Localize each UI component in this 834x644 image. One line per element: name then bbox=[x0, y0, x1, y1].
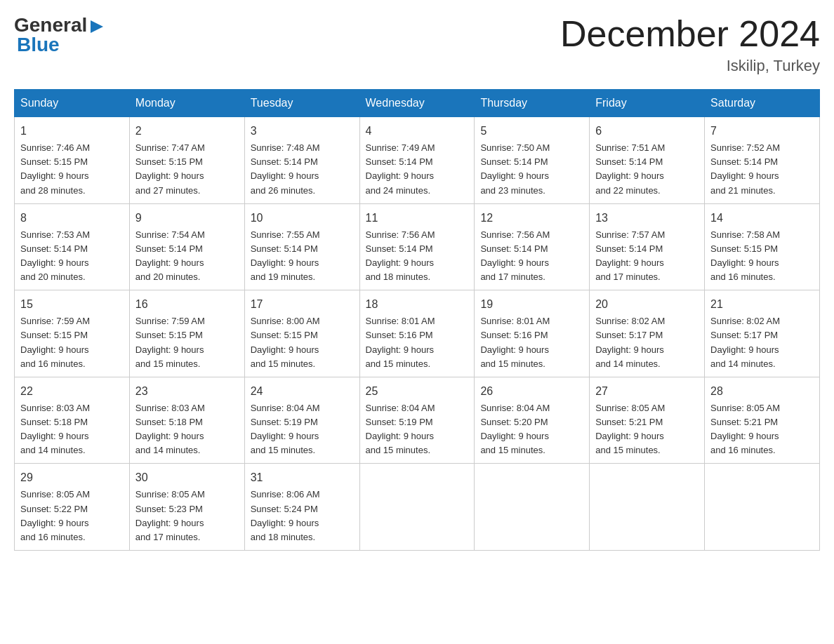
day-info: Sunrise: 8:01 AMSunset: 5:16 PMDaylight:… bbox=[480, 316, 550, 368]
calendar-cell: 25Sunrise: 8:04 AMSunset: 5:19 PMDayligh… bbox=[359, 377, 475, 464]
col-header-tuesday: Tuesday bbox=[244, 90, 359, 117]
location: Iskilip, Turkey bbox=[560, 57, 820, 75]
calendar-cell: 17Sunrise: 8:00 AMSunset: 5:15 PMDayligh… bbox=[244, 290, 359, 377]
day-info: Sunrise: 8:04 AMSunset: 5:20 PMDaylight:… bbox=[480, 403, 550, 455]
calendar-cell bbox=[475, 464, 590, 551]
week-row-3: 15Sunrise: 7:59 AMSunset: 5:15 PMDayligh… bbox=[15, 290, 820, 377]
calendar-cell: 11Sunrise: 7:56 AMSunset: 5:14 PMDayligh… bbox=[359, 203, 475, 290]
calendar-cell: 2Sunrise: 7:47 AMSunset: 5:15 PMDaylight… bbox=[129, 117, 244, 204]
col-header-monday: Monday bbox=[129, 90, 244, 117]
calendar-cell: 29Sunrise: 8:05 AMSunset: 5:22 PMDayligh… bbox=[15, 464, 130, 551]
day-info: Sunrise: 7:56 AMSunset: 5:14 PMDaylight:… bbox=[366, 229, 435, 282]
calendar-cell: 12Sunrise: 7:56 AMSunset: 5:14 PMDayligh… bbox=[475, 203, 590, 290]
day-info: Sunrise: 7:58 AMSunset: 5:15 PMDaylight:… bbox=[710, 229, 780, 282]
day-info: Sunrise: 7:46 AMSunset: 5:15 PMDaylight:… bbox=[20, 142, 90, 195]
week-row-5: 29Sunrise: 8:05 AMSunset: 5:22 PMDayligh… bbox=[15, 464, 820, 551]
day-info: Sunrise: 8:06 AMSunset: 5:24 PMDaylight:… bbox=[251, 489, 320, 542]
calendar-cell: 9Sunrise: 7:54 AMSunset: 5:14 PMDaylight… bbox=[129, 203, 244, 290]
calendar-cell: 8Sunrise: 7:53 AMSunset: 5:14 PMDaylight… bbox=[15, 203, 130, 290]
day-number: 19 bbox=[480, 296, 583, 313]
day-number: 11 bbox=[366, 210, 469, 227]
col-header-friday: Friday bbox=[590, 90, 705, 117]
calendar-cell: 31Sunrise: 8:06 AMSunset: 5:24 PMDayligh… bbox=[244, 464, 359, 551]
day-number: 23 bbox=[135, 383, 239, 400]
logo-blue-text: Blue bbox=[17, 34, 60, 56]
calendar-cell: 20Sunrise: 8:02 AMSunset: 5:17 PMDayligh… bbox=[590, 290, 705, 377]
calendar-cell: 6Sunrise: 7:51 AMSunset: 5:14 PMDaylight… bbox=[590, 117, 705, 204]
day-info: Sunrise: 7:59 AMSunset: 5:15 PMDaylight:… bbox=[20, 316, 90, 368]
month-title: December 2024 bbox=[560, 14, 820, 54]
calendar-cell: 14Sunrise: 7:58 AMSunset: 5:15 PMDayligh… bbox=[705, 203, 820, 290]
day-number: 26 bbox=[480, 383, 583, 400]
svg-marker-0 bbox=[91, 20, 103, 33]
day-info: Sunrise: 8:04 AMSunset: 5:19 PMDaylight:… bbox=[251, 403, 320, 455]
day-info: Sunrise: 8:03 AMSunset: 5:18 PMDaylight:… bbox=[20, 403, 90, 455]
day-info: Sunrise: 7:59 AMSunset: 5:15 PMDaylight:… bbox=[135, 316, 205, 368]
day-info: Sunrise: 8:00 AMSunset: 5:15 PMDaylight:… bbox=[251, 316, 320, 368]
day-info: Sunrise: 7:52 AMSunset: 5:14 PMDaylight:… bbox=[710, 142, 780, 195]
day-number: 17 bbox=[251, 296, 354, 313]
week-row-4: 22Sunrise: 8:03 AMSunset: 5:18 PMDayligh… bbox=[15, 377, 820, 464]
day-info: Sunrise: 8:01 AMSunset: 5:16 PMDaylight:… bbox=[366, 316, 435, 368]
day-number: 20 bbox=[595, 296, 699, 313]
calendar-header-row: SundayMondayTuesdayWednesdayThursdayFrid… bbox=[15, 90, 820, 117]
day-info: Sunrise: 7:50 AMSunset: 5:14 PMDaylight:… bbox=[480, 142, 550, 195]
day-number: 15 bbox=[20, 296, 124, 313]
page-header: General Blue December 2024 Iskilip, Turk… bbox=[14, 14, 820, 75]
calendar-cell: 5Sunrise: 7:50 AMSunset: 5:14 PMDaylight… bbox=[475, 117, 590, 204]
day-number: 25 bbox=[366, 383, 469, 400]
calendar-cell: 18Sunrise: 8:01 AMSunset: 5:16 PMDayligh… bbox=[359, 290, 475, 377]
day-info: Sunrise: 8:05 AMSunset: 5:21 PMDaylight:… bbox=[710, 403, 780, 455]
day-info: Sunrise: 8:05 AMSunset: 5:21 PMDaylight:… bbox=[595, 403, 665, 455]
day-number: 13 bbox=[595, 210, 699, 227]
day-info: Sunrise: 8:02 AMSunset: 5:17 PMDaylight:… bbox=[595, 316, 665, 368]
calendar-cell: 23Sunrise: 8:03 AMSunset: 5:18 PMDayligh… bbox=[129, 377, 244, 464]
day-info: Sunrise: 7:54 AMSunset: 5:14 PMDaylight:… bbox=[135, 229, 205, 282]
day-info: Sunrise: 7:56 AMSunset: 5:14 PMDaylight:… bbox=[480, 229, 550, 282]
day-number: 6 bbox=[595, 123, 699, 140]
calendar-cell: 28Sunrise: 8:05 AMSunset: 5:21 PMDayligh… bbox=[705, 377, 820, 464]
calendar-cell: 15Sunrise: 7:59 AMSunset: 5:15 PMDayligh… bbox=[15, 290, 130, 377]
day-number: 30 bbox=[135, 469, 239, 486]
day-info: Sunrise: 8:05 AMSunset: 5:23 PMDaylight:… bbox=[135, 489, 205, 542]
calendar-cell: 4Sunrise: 7:49 AMSunset: 5:14 PMDaylight… bbox=[359, 117, 475, 204]
logo: General Blue bbox=[14, 14, 105, 56]
col-header-saturday: Saturday bbox=[705, 90, 820, 117]
day-info: Sunrise: 7:53 AMSunset: 5:14 PMDaylight:… bbox=[20, 229, 90, 282]
day-number: 24 bbox=[251, 383, 354, 400]
day-number: 14 bbox=[710, 210, 814, 227]
day-number: 29 bbox=[20, 469, 124, 486]
calendar-cell: 27Sunrise: 8:05 AMSunset: 5:21 PMDayligh… bbox=[590, 377, 705, 464]
calendar-cell: 21Sunrise: 8:02 AMSunset: 5:17 PMDayligh… bbox=[705, 290, 820, 377]
day-number: 4 bbox=[366, 123, 469, 140]
day-number: 1 bbox=[20, 123, 124, 140]
day-number: 7 bbox=[710, 123, 814, 140]
day-number: 8 bbox=[20, 210, 124, 227]
day-number: 22 bbox=[20, 383, 124, 400]
day-info: Sunrise: 8:02 AMSunset: 5:17 PMDaylight:… bbox=[710, 316, 780, 368]
logo-arrow-icon bbox=[89, 19, 105, 34]
calendar-cell: 16Sunrise: 7:59 AMSunset: 5:15 PMDayligh… bbox=[129, 290, 244, 377]
day-number: 18 bbox=[366, 296, 469, 313]
day-number: 9 bbox=[135, 210, 239, 227]
calendar-cell: 30Sunrise: 8:05 AMSunset: 5:23 PMDayligh… bbox=[129, 464, 244, 551]
week-row-1: 1Sunrise: 7:46 AMSunset: 5:15 PMDaylight… bbox=[15, 117, 820, 204]
day-number: 2 bbox=[135, 123, 239, 140]
day-info: Sunrise: 7:51 AMSunset: 5:14 PMDaylight:… bbox=[595, 142, 665, 195]
col-header-sunday: Sunday bbox=[15, 90, 130, 117]
day-number: 28 bbox=[710, 383, 814, 400]
calendar-cell bbox=[359, 464, 475, 551]
col-header-wednesday: Wednesday bbox=[359, 90, 475, 117]
day-number: 3 bbox=[251, 123, 354, 140]
calendar-cell bbox=[705, 464, 820, 551]
calendar-cell: 22Sunrise: 8:03 AMSunset: 5:18 PMDayligh… bbox=[15, 377, 130, 464]
day-number: 16 bbox=[135, 296, 239, 313]
calendar-cell: 13Sunrise: 7:57 AMSunset: 5:14 PMDayligh… bbox=[590, 203, 705, 290]
day-number: 31 bbox=[251, 469, 354, 486]
day-info: Sunrise: 8:03 AMSunset: 5:18 PMDaylight:… bbox=[135, 403, 205, 455]
calendar-table: SundayMondayTuesdayWednesdayThursdayFrid… bbox=[14, 89, 820, 551]
week-row-2: 8Sunrise: 7:53 AMSunset: 5:14 PMDaylight… bbox=[15, 203, 820, 290]
day-number: 5 bbox=[480, 123, 583, 140]
day-info: Sunrise: 7:48 AMSunset: 5:14 PMDaylight:… bbox=[251, 142, 320, 195]
calendar-cell: 1Sunrise: 7:46 AMSunset: 5:15 PMDaylight… bbox=[15, 117, 130, 204]
